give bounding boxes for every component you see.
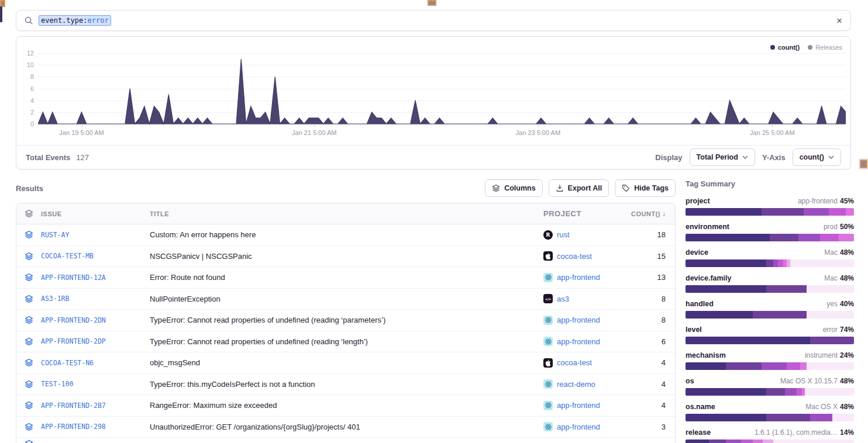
issue-link[interactable]: APP-FRONTEND-298 — [41, 423, 150, 431]
stack-expand-button[interactable] — [16, 358, 41, 367]
project-link[interactable]: app-frontend — [543, 273, 622, 282]
column-header-project[interactable]: PROJECT — [543, 209, 622, 218]
table-row: APP-FRONTEND-2DN TypeError: Cannot read … — [16, 310, 675, 331]
project-name: app-frontend — [557, 337, 600, 346]
close-icon[interactable]: × — [836, 16, 842, 26]
project-link[interactable]: react-demo — [543, 379, 622, 389]
tag-label: release — [686, 428, 711, 437]
tag-bar-segment — [726, 439, 741, 443]
tag-distribution-bar[interactable] — [686, 388, 854, 396]
react-project-icon — [543, 316, 553, 325]
tag-distribution-bar[interactable] — [686, 439, 854, 443]
stack-expand-button[interactable] — [16, 252, 41, 261]
annotation-handle-line — [0, 6, 2, 22]
tag-bar-remainder — [807, 362, 854, 370]
tag-distribution-bar[interactable] — [686, 234, 854, 241]
tag-distribution-bar[interactable] — [686, 208, 854, 216]
issue-link[interactable]: RUST-AY — [41, 231, 150, 239]
tag-label: level — [686, 326, 702, 334]
legend-item-releases[interactable]: Releases — [808, 44, 842, 51]
table-row: RUST-AY Custom: An error happens here Rr… — [16, 224, 675, 246]
stack-expand-button[interactable] — [16, 273, 41, 282]
tag-distribution-bar[interactable] — [686, 285, 854, 293]
stack-expand-button[interactable] — [16, 439, 41, 443]
stack-expand-button[interactable] — [16, 230, 41, 239]
issue-title: Custom: An error happens here — [150, 230, 543, 239]
tag-summary-item-device-family: device.family Mac48% — [686, 274, 854, 293]
tag-top-value: yes — [826, 300, 838, 308]
column-header-issue[interactable]: ISSUE — [41, 210, 150, 217]
tag-summary: Tag Summary project app-frontend45% envi… — [686, 179, 854, 443]
issue-link[interactable]: APP-FRONTEND-2DN — [41, 316, 150, 324]
rust-project-icon: R — [543, 230, 553, 240]
search-query-token[interactable]: event.type:error — [39, 15, 111, 26]
tag-distribution-bar[interactable] — [686, 337, 854, 344]
display-dropdown[interactable]: Total Period — [690, 148, 755, 166]
x-axis-tick-label: Jan 21 5:00 AM — [292, 129, 336, 136]
tag-distribution-bar[interactable] — [686, 414, 854, 421]
issue-link[interactable]: APP-FRONTEND-12A — [41, 274, 150, 282]
tag-bar-remainder — [790, 259, 855, 267]
x-axis-tick-label: Jan 23 5:00 AM — [516, 129, 560, 136]
stack-expand-button[interactable] — [16, 316, 41, 324]
tag-bar-segment — [686, 285, 766, 293]
project-link[interactable]: app-frontend — [543, 422, 622, 431]
tag-bar-segment — [762, 208, 804, 216]
stack-icon — [25, 380, 33, 389]
tag-summary-item-os: os Mac OS X 10.15.748% — [686, 377, 854, 396]
issue-link[interactable]: COCOA-TEST-MB — [41, 252, 150, 260]
stack-expand-button[interactable] — [16, 401, 41, 410]
columns-button[interactable]: Columns — [485, 179, 542, 197]
export-all-button[interactable]: Export All — [549, 179, 609, 197]
tag-summary-item-environment: environment prod50% — [686, 223, 854, 241]
project-name: cocoa-test — [557, 252, 592, 261]
project-link[interactable]: </>as3 — [543, 294, 622, 303]
yaxis-label: Y-Axis — [762, 153, 786, 162]
tag-top-percent: 48% — [840, 377, 854, 385]
project-link[interactable]: Rrust — [543, 230, 622, 240]
count-value: 3 — [622, 423, 675, 431]
issue-link[interactable]: COCOA-TEST-N6 — [41, 359, 150, 367]
tag-distribution-bar[interactable] — [686, 311, 854, 319]
project-name: app-frontend — [557, 273, 600, 282]
tag-distribution-bar[interactable] — [686, 259, 854, 267]
issue-link[interactable]: AS3-1RB — [41, 295, 150, 303]
issue-link[interactable]: APP-FRONTEND-2B7 — [41, 402, 150, 410]
project-link[interactable]: app-frontend — [543, 316, 622, 325]
yaxis-dropdown[interactable]: count() — [793, 148, 841, 166]
tag-distribution-bar[interactable] — [686, 362, 854, 370]
issue-link[interactable]: APP-FRONTEND-2DP — [41, 337, 150, 345]
tag-bar-segment — [766, 414, 810, 421]
project-link[interactable]: app-frontend — [543, 337, 622, 346]
project-link[interactable]: cocoa-test — [543, 251, 622, 261]
tag-top-value: Mac OS X — [805, 403, 838, 411]
column-header-count[interactable]: COUNT()↓ — [622, 210, 675, 218]
stack-icon — [25, 337, 33, 346]
tag-label: project — [686, 197, 710, 205]
stack-expand-button[interactable] — [16, 423, 41, 431]
stack-icon — [25, 273, 33, 282]
stack-expand-button[interactable] — [16, 295, 41, 303]
apple-project-icon — [543, 358, 553, 368]
project-link[interactable]: cocoa-test — [543, 358, 622, 368]
tag-bar-segment — [798, 234, 820, 241]
issue-link[interactable]: TEST-100 — [41, 380, 150, 388]
tag-bar-segment — [686, 259, 766, 267]
column-header-title[interactable]: TITLE — [150, 210, 543, 217]
tag-bar-segment — [778, 259, 783, 267]
tag-top-percent: 48% — [840, 274, 854, 282]
react-project-icon — [543, 422, 553, 431]
display-dropdown-value: Total Period — [697, 153, 738, 161]
stack-icon — [25, 423, 33, 431]
y-axis-tick-label: 10 — [16, 61, 34, 68]
issue-title: RangeError: Maximum size exceeded — [150, 401, 543, 410]
stack-expand-button[interactable] — [16, 380, 41, 389]
stack-expand-button[interactable] — [16, 337, 41, 346]
hide-tags-button[interactable]: Hide Tags — [615, 179, 676, 197]
chart-plot-area[interactable]: Jan 19 5:00 AMJan 21 5:00 AMJan 23 5:00 … — [38, 53, 846, 124]
total-events-value: 127 — [76, 153, 89, 162]
search-bar[interactable]: event.type:error × — [16, 10, 851, 31]
legend-item-count[interactable]: count() — [770, 44, 800, 51]
table-row: APP-FRONTEND-2B7 RangeError: Maximum siz… — [16, 395, 675, 417]
project-link[interactable]: app-frontend — [543, 401, 622, 410]
